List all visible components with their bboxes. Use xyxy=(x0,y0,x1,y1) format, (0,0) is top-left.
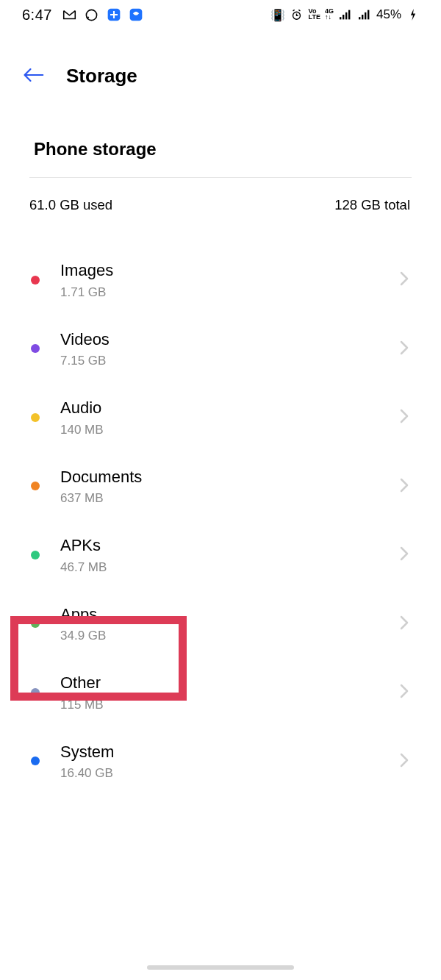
section-title: Phone storage xyxy=(0,87,441,177)
category-item-images[interactable]: Images1.71 GB xyxy=(0,246,441,315)
whatsapp-icon xyxy=(85,7,99,22)
signal-icon-1 xyxy=(338,7,353,22)
app-icon-2 xyxy=(129,7,143,22)
category-item-other[interactable]: Other115 MB xyxy=(0,658,441,727)
category-item-apps[interactable]: Apps34.9 GB xyxy=(0,590,441,659)
category-label: Images xyxy=(60,260,400,281)
category-text: Other115 MB xyxy=(60,673,400,712)
storage-total-label: 128 GB total xyxy=(334,197,410,213)
chevron-right-icon xyxy=(400,268,409,291)
status-time: 6:47 xyxy=(22,7,52,24)
storage-used-label: 61.0 GB used xyxy=(29,197,112,213)
svg-rect-6 xyxy=(345,12,347,20)
status-right: 📳 VoLTE 4G↑↓ 45% xyxy=(270,7,420,22)
svg-rect-5 xyxy=(343,15,344,19)
category-size: 1.71 GB xyxy=(60,285,400,300)
page-title: Storage xyxy=(66,65,137,87)
category-dot-icon xyxy=(31,482,40,490)
category-dot-icon xyxy=(31,757,40,765)
category-size: 16.40 GB xyxy=(60,766,400,781)
chevron-right-icon xyxy=(400,612,409,635)
category-text: Documents637 MB xyxy=(60,467,400,507)
app-icon-1 xyxy=(107,7,121,22)
alarm-icon xyxy=(290,7,304,22)
category-size: 46.7 MB xyxy=(60,560,400,575)
category-label: System xyxy=(60,742,400,762)
category-item-videos[interactable]: Videos7.15 GB xyxy=(0,315,441,384)
category-label: Other xyxy=(60,673,400,693)
category-dot-icon xyxy=(31,551,40,559)
category-size: 7.15 GB xyxy=(60,354,400,368)
nav-header: Storage xyxy=(0,29,441,87)
category-label: Audio xyxy=(60,398,400,418)
volte-icon: VoLTE xyxy=(309,9,320,20)
charging-icon xyxy=(406,7,420,22)
svg-rect-4 xyxy=(340,17,341,19)
status-left: 6:47 xyxy=(22,7,143,24)
category-size: 34.9 GB xyxy=(60,629,400,643)
network-4g-icon: 4G↑↓ xyxy=(325,9,334,20)
svg-rect-11 xyxy=(368,10,369,20)
status-bar: 6:47 📳 VoLTE 4G↑↓ 45% xyxy=(0,0,441,29)
category-text: Videos7.15 GB xyxy=(60,329,400,369)
svg-rect-10 xyxy=(365,12,366,20)
back-arrow-icon[interactable] xyxy=(22,67,44,86)
category-dot-icon xyxy=(31,344,40,353)
category-dot-icon xyxy=(31,619,40,628)
chevron-right-icon xyxy=(400,543,409,566)
category-text: APKs46.7 MB xyxy=(60,535,400,575)
category-label: Apps xyxy=(60,604,400,625)
chevron-right-icon xyxy=(400,681,409,704)
category-item-audio[interactable]: Audio140 MB xyxy=(0,383,441,452)
category-size: 140 MB xyxy=(60,423,400,437)
category-text: Audio140 MB xyxy=(60,398,400,437)
battery-percent: 45% xyxy=(376,7,401,22)
category-size: 115 MB xyxy=(60,698,400,712)
category-text: System16.40 GB xyxy=(60,742,400,782)
category-text: Apps34.9 GB xyxy=(60,604,400,644)
category-dot-icon xyxy=(31,688,40,697)
nav-gesture-handle[interactable] xyxy=(147,965,294,970)
category-item-system[interactable]: System16.40 GB xyxy=(0,727,441,796)
svg-rect-8 xyxy=(359,17,360,19)
chevron-right-icon xyxy=(400,750,409,773)
category-item-apks[interactable]: APKs46.7 MB xyxy=(0,521,441,590)
svg-rect-9 xyxy=(362,15,363,19)
signal-icon-2 xyxy=(357,7,372,22)
category-size: 637 MB xyxy=(60,491,400,506)
chevron-right-icon xyxy=(400,475,409,498)
category-item-documents[interactable]: Documents637 MB xyxy=(0,452,441,521)
gmail-icon xyxy=(62,7,77,22)
svg-rect-7 xyxy=(348,10,350,20)
category-label: Documents xyxy=(60,467,400,487)
storage-usage-summary: 61.0 GB used 128 GB total xyxy=(0,178,441,219)
category-dot-icon xyxy=(31,276,40,285)
category-dot-icon xyxy=(31,413,40,422)
category-label: APKs xyxy=(60,535,400,556)
category-list: Images1.71 GBVideos7.15 GBAudio140 MBDoc… xyxy=(0,219,441,795)
vibrate-icon: 📳 xyxy=(270,7,285,22)
chevron-right-icon xyxy=(400,406,409,429)
chevron-right-icon xyxy=(400,337,409,360)
category-label: Videos xyxy=(60,329,400,350)
category-text: Images1.71 GB xyxy=(60,260,400,300)
